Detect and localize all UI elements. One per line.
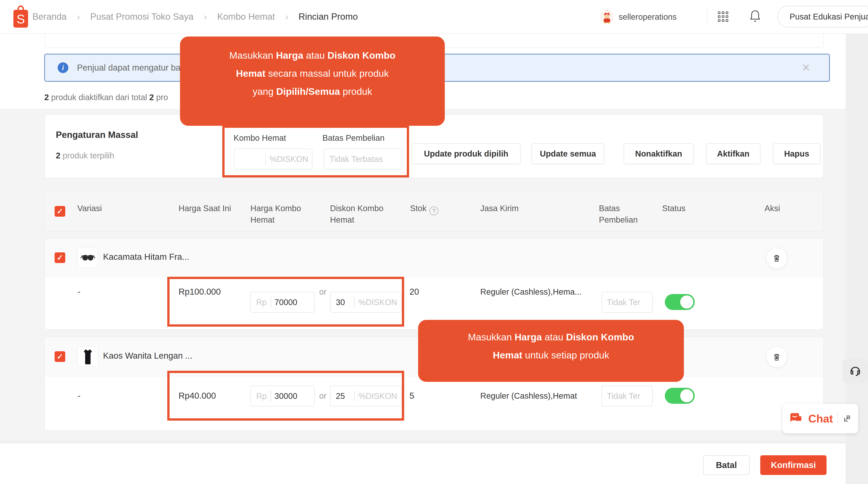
footer-bar: Batal Konfirmasi <box>0 443 846 484</box>
product-group-row: ✓ Kacamata Hitam Fra... <box>45 238 823 278</box>
tooltip-bold: Harga <box>515 331 542 343</box>
chat-widget[interactable]: Chat <box>783 404 858 433</box>
table-header: ✓ Variasi Harga Saat Ini Harga Kombo Hem… <box>44 191 824 231</box>
batas-pembelian-input[interactable] <box>602 391 652 401</box>
diskon-kombo-input[interactable] <box>331 391 354 401</box>
info-banner-text: Penjual dapat mengatur bat <box>77 63 183 73</box>
diskon-kombo-input-box: %DISKON <box>330 386 402 407</box>
active-count: 2 <box>44 93 49 102</box>
batas-pembelian-input[interactable] <box>602 298 652 307</box>
logo-letter: S <box>17 12 25 26</box>
summary-suffix: pro <box>154 93 168 102</box>
update-semua-button[interactable]: Update semua <box>532 143 604 164</box>
batal-button[interactable]: Batal <box>703 455 750 475</box>
bulk-diskon-input-box: %DISKON <box>234 149 312 169</box>
jasa-kirim-value: Reguler (Cashless),Hema... <box>480 282 582 302</box>
chevron-right-icon: › <box>204 11 207 22</box>
check-icon: ✓ <box>57 352 63 361</box>
batas-pembelian-input-box <box>601 386 653 407</box>
diskon-suffix: %DISKON <box>266 155 312 164</box>
close-icon[interactable]: ✕ <box>802 62 810 74</box>
selected-count-text: 2 produk terpilih <box>56 151 114 160</box>
activation-summary: 2 produk diaktifkan dari total 2 pro <box>44 93 168 102</box>
chevron-right-icon: › <box>77 11 80 22</box>
col-variasi: Variasi <box>78 202 102 214</box>
delete-product-button[interactable] <box>766 346 787 368</box>
status-toggle[interactable] <box>665 294 695 310</box>
chat-divider <box>837 411 838 426</box>
expand-icon[interactable] <box>842 414 852 423</box>
tooltip-text: yang <box>253 86 276 97</box>
select-all-checkbox[interactable]: ✓ <box>55 206 65 217</box>
harga-saat-ini-value: Rp40.000 <box>179 386 216 406</box>
batas-pembelian-label: Batas Pembelian <box>322 133 384 142</box>
chevron-right-icon: › <box>285 11 288 22</box>
product-checkbox[interactable]: ✓ <box>55 252 65 263</box>
header: S Beranda › Pusat Promosi Toko Saya › Ko… <box>0 0 868 34</box>
diskon-suffix: %DISKON <box>355 298 401 307</box>
breadcrumb-rincian-promo: Rincian Promo <box>299 11 358 22</box>
or-label: or <box>319 386 327 406</box>
col-diskon-kombo: Diskon Kombo Hemat <box>330 202 383 225</box>
breadcrumb-beranda[interactable]: Beranda <box>32 11 66 22</box>
tooltip-text: untuk setiap produk <box>522 350 609 360</box>
tooltip-bold: Hemat <box>236 68 266 79</box>
update-produk-dipilih-button[interactable]: Update produk dipilih <box>412 143 521 164</box>
harga-kombo-input[interactable] <box>271 391 314 401</box>
breadcrumb-pusat-promosi[interactable]: Pusat Promosi Toko Saya <box>90 11 193 22</box>
breadcrumb: Beranda › Pusat Promosi Toko Saya › Komb… <box>32 0 358 33</box>
help-icon[interactable]: ? <box>429 206 438 216</box>
status-toggle[interactable] <box>665 388 695 404</box>
variasi-value: - <box>78 282 81 302</box>
col-aksi: Aksi <box>765 202 780 214</box>
tooltip-text: Masukkan <box>229 50 276 61</box>
bulk-diskon-input[interactable] <box>235 154 266 164</box>
product-image-kacamata <box>78 248 98 268</box>
konfirmasi-button[interactable]: Konfirmasi <box>760 455 827 475</box>
diskon-kombo-input-box: %DISKON <box>330 292 402 313</box>
trash-icon <box>772 254 781 263</box>
tooltip-bold: Diskon Kombo <box>328 50 396 61</box>
hapus-button[interactable]: Hapus <box>773 143 820 164</box>
tooltip-text: atau <box>303 50 328 61</box>
diskon-kombo-input[interactable] <box>331 298 354 307</box>
product-name: Kaos Wanita Lengan ... <box>103 351 192 361</box>
check-icon: ✓ <box>57 253 63 262</box>
apps-grid-icon[interactable] <box>718 11 728 22</box>
tooltip-bold: Diskon Kombo <box>566 331 634 343</box>
breadcrumb-kombo-hemat[interactable]: Kombo Hemat <box>217 11 275 22</box>
col-batas-pembelian: Batas Pembelian <box>599 202 638 225</box>
username[interactable]: selleroperations <box>619 12 677 22</box>
tooltip-text: Masukkan <box>468 331 515 343</box>
pusat-edukasi-button[interactable]: Pusat Edukasi Penjual <box>777 6 868 28</box>
col-stok: Stok? <box>410 202 438 216</box>
kombo-hemat-label: Kombo Hemat <box>234 133 286 142</box>
bulk-batas-input[interactable] <box>324 155 401 164</box>
stok-value: 20 <box>409 282 419 302</box>
harga-kombo-input-box: Rp <box>250 292 315 313</box>
nonaktifkan-button[interactable]: Nonaktifkan <box>624 143 693 164</box>
sunglasses-icon <box>79 249 97 267</box>
avatar[interactable] <box>600 9 614 25</box>
or-label: or <box>319 282 327 302</box>
product-checkbox[interactable]: ✓ <box>55 351 65 362</box>
rp-prefix: Rp <box>251 298 271 307</box>
tshirt-icon <box>79 348 97 366</box>
stok-label: Stok <box>410 204 427 213</box>
product-row-kacamata: ✓ Kacamata Hitam Fra... - Rp100.000 Rp <box>44 238 824 330</box>
bell-icon[interactable] <box>749 9 762 25</box>
harga-kombo-input-box: Rp <box>250 386 315 407</box>
harga-saat-ini-value: Rp100.000 <box>179 282 221 302</box>
delete-product-button[interactable] <box>766 248 787 269</box>
chat-label: Chat <box>808 412 833 425</box>
harga-kombo-input[interactable] <box>271 298 314 307</box>
tooltip-bold: Hemat <box>493 350 522 360</box>
selected-suffix: produk terpilih <box>60 151 114 160</box>
aktifkan-button[interactable]: Aktifkan <box>706 143 761 164</box>
tooltip-text: secara massal untuk produk <box>266 68 389 79</box>
product-image-kaos <box>78 346 98 367</box>
col-harga-saat-ini: Harga Saat Ini <box>179 202 231 214</box>
shopee-logo[interactable]: S <box>11 4 30 30</box>
support-button[interactable] <box>842 359 868 383</box>
headset-icon <box>848 364 862 378</box>
